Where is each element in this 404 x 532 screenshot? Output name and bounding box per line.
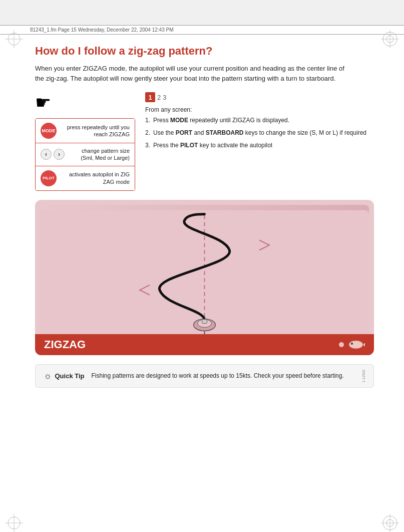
left-col: ☛ MODE press repeatedly until you reach …: [35, 92, 135, 191]
starboard-button[interactable]: ›: [54, 149, 65, 160]
mode-button[interactable]: MODE: [41, 123, 57, 139]
zigzag-label-text: ZIGZAG: [44, 338, 86, 351]
quick-tip-label: ☼ Quick Tip: [44, 371, 85, 381]
svg-marker-21: [363, 341, 365, 349]
header-bar: 81243_1.fm Page 15 Wednesday, December 2…: [0, 25, 404, 35]
svg-point-22: [351, 343, 353, 345]
fish-icon: [347, 339, 365, 351]
instruction-row-nav: ‹ › change pattern size (Sml, Med or Lar…: [36, 143, 135, 166]
zigzag-label-bar: ZIGZAG: [35, 334, 374, 355]
step-1: Press MODE repeatedly until ZIGZAG is di…: [145, 116, 374, 125]
steps-header: 1 2 3: [145, 92, 374, 102]
step-num-1: 1: [145, 92, 155, 102]
instruction-box: MODE press repeatedly until you reach ZI…: [35, 118, 135, 191]
zigzag-diagram: [40, 205, 369, 350]
intro-text: When you enter ZIGZAG mode, the autopilo…: [35, 64, 345, 83]
two-column-section: ☛ MODE press repeatedly until you reach …: [35, 92, 374, 191]
svg-rect-18: [202, 319, 207, 323]
nav-pair: ‹ ›: [41, 149, 65, 160]
finger-icon: ☛: [35, 92, 135, 113]
lightbulb-icon: ☼: [44, 371, 52, 381]
reg-mark-tl: [4, 29, 24, 49]
pilot-instruction-text: activates autopilot in ZIG ZAG mode: [62, 171, 130, 185]
from-screen: From any screen:: [145, 106, 374, 113]
reg-mark-bl: [4, 513, 24, 532]
fish-dot: [339, 342, 344, 347]
right-col: 1 2 3 From any screen: Press MODE repeat…: [145, 92, 374, 153]
tip-code: 1-12503: [362, 370, 365, 383]
reg-mark-br: [380, 513, 400, 532]
quick-tip-text: Fishing patterns are designed to work at…: [92, 372, 352, 380]
nav-instruction-text: change pattern size (Sml, Med or Large): [70, 147, 130, 162]
step-3: Press the PILOT key to activate the auto…: [145, 141, 374, 150]
steps-list: Press MODE repeatedly until ZIGZAG is di…: [145, 116, 374, 149]
instruction-row-mode: MODE press repeatedly until you reach ZI…: [36, 119, 135, 143]
page-title: How do I follow a zig-zag pattern?: [35, 45, 374, 58]
pilot-button[interactable]: PILOT: [41, 170, 57, 186]
page: 81243_1.fm Page 15 Wednesday, December 2…: [0, 25, 404, 532]
svg-point-20: [349, 341, 363, 349]
step-2: Use the PORT and STARBOARD keys to chang…: [145, 129, 374, 137]
zigzag-inner: [40, 205, 369, 350]
quick-tip-bar: ☼ Quick Tip Fishing patterns are designe…: [35, 364, 374, 388]
quick-tip-label-text: Quick Tip: [55, 372, 85, 380]
mode-instruction-text: press repeatedly until you reach ZIGZAG: [62, 124, 130, 138]
step-num-3: 3: [163, 94, 166, 101]
zigzag-fish: [339, 339, 365, 351]
instruction-row-pilot: PILOT activates autopilot in ZIG ZAG mod…: [36, 166, 135, 190]
zigzag-area: ZIGZAG: [35, 200, 374, 355]
reg-mark-tr: [380, 29, 400, 49]
header-file-info: 81243_1.fm Page 15 Wednesday, December 2…: [30, 27, 173, 33]
step-num-2: 2: [157, 94, 161, 101]
main-content: How do I follow a zig-zag pattern? When …: [0, 35, 404, 408]
port-button[interactable]: ‹: [41, 149, 52, 160]
